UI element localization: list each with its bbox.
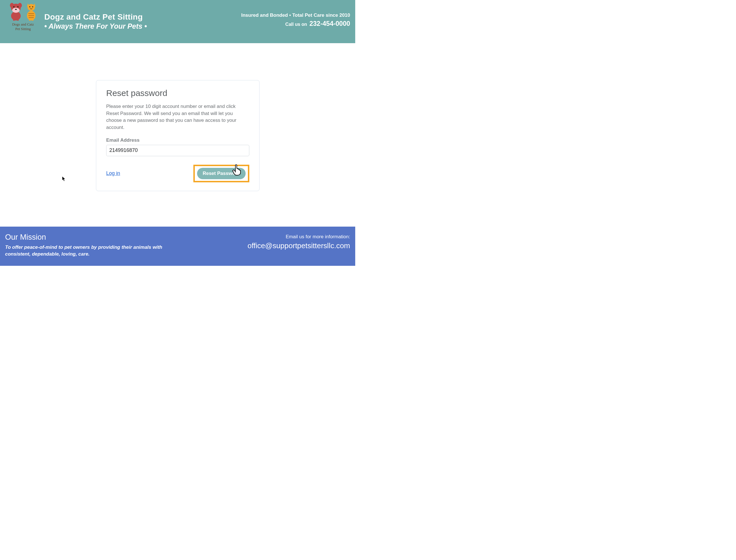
svg-rect-8 [13,18,15,21]
svg-rect-9 [17,18,19,21]
svg-point-15 [32,6,33,7]
footer-email-label: Email us for more information: [248,234,350,240]
main-content: Reset password Please enter your 10 digi… [0,43,355,225]
call-label: Call us on [285,22,307,27]
site-tagline: • Always There For Your Pets • [44,22,147,30]
header-contact: Insured and Bonded • Total Pet Care sinc… [241,12,350,28]
logo-text-line-2: Pet Sitting [12,27,34,31]
phone-number: 232-454-0000 [310,20,350,27]
svg-point-6 [17,6,19,8]
card-actions: Log in Reset Password [106,165,249,182]
app-header: Dogs and Catz Pet Sitting Dogz and Catz … [0,0,355,43]
app-footer: Our Mission To offer peace-of-mind to pe… [0,227,355,266]
svg-point-14 [29,6,30,7]
arrow-cursor-icon [62,176,66,182]
cat-icon [25,3,37,21]
logo: Dogs and Catz Pet Sitting [5,3,41,32]
svg-rect-17 [32,19,34,21]
reset-password-button[interactable]: Reset Password [197,168,246,179]
reset-password-card: Reset password Please enter your 10 digi… [96,80,260,191]
site-title-block: Dogz and Catz Pet Sitting • Always There… [44,12,147,30]
email-field[interactable] [106,145,249,156]
card-title: Reset password [106,88,249,98]
svg-point-4 [12,8,20,13]
reset-button-highlight: Reset Password [193,165,249,182]
card-description: Please enter your 10 digit account numbe… [106,103,249,131]
site-title: Dogz and Catz Pet Sitting [44,12,147,22]
login-link[interactable]: Log in [106,170,120,176]
logo-text: Dogs and Catz Pet Sitting [12,22,34,32]
footer-contact: Email us for more information: office@su… [248,233,350,266]
footer-email: office@supportpetsittersllc.com [248,241,350,250]
svg-point-5 [13,6,15,8]
svg-rect-16 [29,19,30,21]
header-call-line: Call us on 232-454-0000 [241,20,350,28]
header-insured-text: Insured and Bonded • Total Pet Care sinc… [241,12,350,18]
footer-mission: Our Mission To offer peace-of-mind to pe… [5,233,164,266]
svg-point-2 [10,3,14,8]
dog-icon [9,3,23,21]
logo-text-line-1: Dogs and Catz [12,22,34,27]
mission-title: Our Mission [5,233,164,242]
svg-point-7 [15,9,17,10]
email-field-label: Email Address [106,137,249,143]
mission-text: To offer peace-of-mind to pet owners by … [5,244,164,258]
svg-point-3 [18,3,22,8]
logo-animals-icon [9,3,37,21]
